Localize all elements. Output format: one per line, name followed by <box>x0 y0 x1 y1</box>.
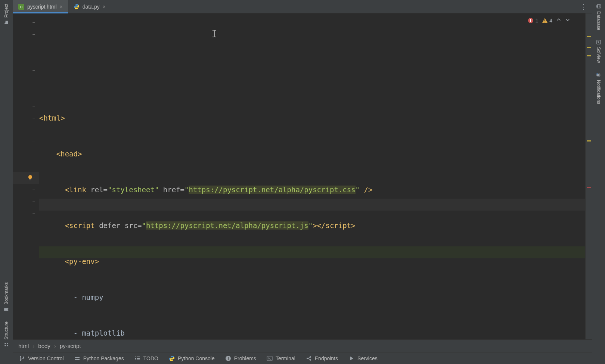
svg-rect-4 <box>530 19 531 21</box>
fold-icon[interactable] <box>31 32 36 37</box>
svg-rect-13 <box>228 359 229 360</box>
marker-warning[interactable] <box>587 47 591 48</box>
chevron-right-icon: › <box>54 343 56 349</box>
error-count[interactable]: 1 <box>528 18 538 24</box>
marker-warning[interactable] <box>587 140 591 141</box>
warning-count[interactable]: 4 <box>542 18 552 24</box>
svg-rect-7 <box>544 22 545 22</box>
fold-icon[interactable] <box>31 140 36 144</box>
error-icon <box>528 18 534 24</box>
editor-gutter <box>13 13 39 339</box>
tool-notifications[interactable]: Notifications <box>596 72 601 104</box>
svg-text:H: H <box>20 5 23 9</box>
html-file-icon: H <box>18 4 24 10</box>
fold-icon[interactable] <box>31 104 36 108</box>
bottom-toolbar: Version Control Python Packages TODO Pyt… <box>13 352 592 364</box>
code-editor[interactable]: <html> <head> <link rel="stylesheet" hre… <box>13 13 592 339</box>
tab-menu-icon[interactable]: ⋮ <box>575 0 592 13</box>
editor-tabbar: H pyscript.html × data.py × ⋮ <box>13 0 592 13</box>
intention-bulb-icon[interactable] <box>27 175 33 181</box>
svg-rect-6 <box>544 19 545 21</box>
tool-python-packages[interactable]: Python Packages <box>74 355 124 361</box>
database-icon <box>596 4 601 9</box>
tool-label: Notifications <box>596 80 601 104</box>
tool-label: Project <box>4 4 9 18</box>
left-tool-stripe: Project Bookmarks Structure <box>0 0 13 364</box>
tool-project[interactable]: Project <box>4 4 9 25</box>
svg-point-16 <box>310 356 311 358</box>
fold-icon[interactable] <box>31 199 36 204</box>
close-icon[interactable]: × <box>60 4 63 10</box>
tab-label: pyscript.html <box>27 4 57 10</box>
services-icon <box>348 355 354 361</box>
chevron-right-icon: › <box>32 343 34 349</box>
marker-warning[interactable] <box>587 55 591 56</box>
bell-icon <box>596 72 601 78</box>
svg-point-17 <box>310 359 311 361</box>
tool-database[interactable]: Database <box>596 4 601 30</box>
tool-label: Database <box>596 11 601 30</box>
breadcrumbs: html › body › py-script <box>13 339 592 352</box>
tab-data-py[interactable]: data.py × <box>68 0 111 13</box>
svg-point-8 <box>20 356 21 357</box>
chevron-up-icon[interactable] <box>556 17 561 24</box>
svg-rect-5 <box>530 21 531 22</box>
terminal-icon <box>267 355 273 361</box>
svg-point-10 <box>23 357 24 358</box>
tool-python-console[interactable]: Python Console <box>169 355 215 361</box>
fold-icon[interactable] <box>31 20 36 25</box>
close-icon[interactable]: × <box>103 4 106 10</box>
breadcrumb-item[interactable]: py-script <box>60 343 81 349</box>
right-tool-stripe: Database SciView Notifications <box>592 0 605 364</box>
folder-icon <box>4 20 9 25</box>
todo-icon <box>134 355 140 361</box>
fold-icon[interactable] <box>31 116 36 120</box>
code-area[interactable]: <html> <head> <link rel="stylesheet" hre… <box>39 13 585 339</box>
tool-label: Bookmarks <box>4 282 9 305</box>
tab-label: data.py <box>83 4 100 10</box>
branch-icon <box>19 355 25 361</box>
svg-rect-12 <box>228 357 229 359</box>
fold-icon[interactable] <box>31 68 36 72</box>
tool-endpoints[interactable]: Endpoints <box>306 355 338 361</box>
main-area: H pyscript.html × data.py × ⋮ <box>13 0 592 364</box>
tab-pyscript-html[interactable]: H pyscript.html × <box>13 0 68 13</box>
structure-icon <box>4 342 9 347</box>
python-file-icon <box>74 4 80 10</box>
error-stripe[interactable] <box>585 13 592 339</box>
warning-icon <box>542 18 548 24</box>
tool-structure[interactable]: Structure <box>4 321 9 347</box>
svg-point-18 <box>596 4 598 8</box>
fold-icon[interactable] <box>31 211 36 216</box>
inspection-widget[interactable]: 1 4 <box>528 17 570 24</box>
tool-version-control[interactable]: Version Control <box>19 355 64 361</box>
marker-error[interactable] <box>587 187 591 188</box>
tool-services[interactable]: Services <box>348 355 378 361</box>
svg-point-9 <box>20 360 21 361</box>
console-icon <box>169 355 175 361</box>
packages-icon <box>74 355 80 361</box>
fold-icon[interactable] <box>31 187 36 192</box>
tool-bookmarks[interactable]: Bookmarks <box>4 282 9 312</box>
svg-rect-2 <box>29 180 31 180</box>
svg-point-15 <box>307 358 308 359</box>
endpoints-icon <box>306 355 312 361</box>
breadcrumb-item[interactable]: html <box>18 343 29 349</box>
problems-icon <box>225 355 231 361</box>
tool-label: SciView <box>596 47 601 63</box>
svg-point-20 <box>596 73 598 75</box>
tool-problems[interactable]: Problems <box>225 355 256 361</box>
tool-todo[interactable]: TODO <box>134 355 158 361</box>
tool-sciview[interactable]: SciView <box>596 40 601 63</box>
tool-terminal[interactable]: Terminal <box>267 355 295 361</box>
sci-icon <box>596 40 601 45</box>
breadcrumb-item[interactable]: body <box>38 343 50 349</box>
chevron-down-icon[interactable] <box>565 17 570 24</box>
tool-label: Structure <box>4 321 9 340</box>
bookmark-icon <box>4 307 9 312</box>
marker-warning[interactable] <box>587 36 591 37</box>
